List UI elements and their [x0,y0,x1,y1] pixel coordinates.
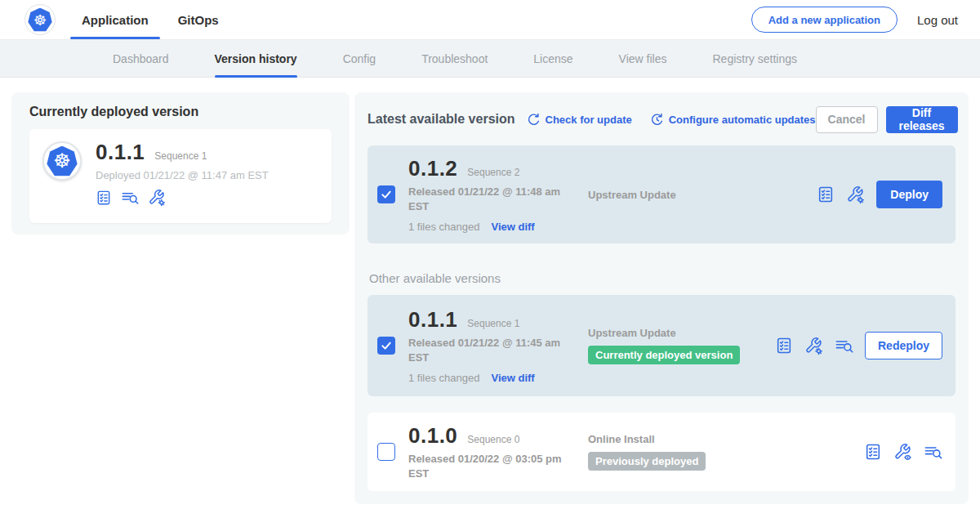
checklist-icon[interactable] [817,185,835,203]
version-number: 0.1.0 [408,423,457,449]
other-versions-title: Other available versions [369,271,956,285]
logout-link[interactable]: Log out [917,13,958,27]
tab-application-label: Application [82,13,149,27]
cancel-button[interactable]: Cancel [816,106,878,133]
version-row-0-1-1: 0.1.1 Sequence 1 Released 01/21/22 @ 11:… [368,295,956,396]
check-for-update-label: Check for update [546,114,632,126]
subnav-config[interactable]: Config [343,40,376,77]
top-bar-right: Add a new application Log out [751,7,958,33]
version-number: 0.1.1 [408,307,457,333]
wrench-eye-icon[interactable] [893,443,912,462]
wrench-gear-icon[interactable] [846,185,865,204]
released-timestamp: Released 01/21/22 @ 11:45 am EST [408,336,565,364]
logs-magnifier-icon[interactable] [835,337,853,355]
subnav-troubleshoot[interactable]: Troubleshoot [421,40,488,77]
tab-gitops[interactable]: GitOps [167,0,230,39]
top-bar: ☸ Application GitOps Add a new applicati… [0,0,980,39]
currently-deployed-panel: Currently deployed version ☸ 0.1.1 Seque… [11,92,350,234]
deployed-timestamp: Deployed 01/21/22 @ 11:47 am EST [96,169,269,181]
tab-gitops-label: GitOps [178,13,219,27]
latest-available-title: Latest available version [368,112,515,127]
available-versions-panel: Latest available version Check for updat… [354,92,969,504]
app-subnav: Dashboard Version history Config Trouble… [0,39,980,78]
version-sequence: Sequence 1 [467,318,519,329]
redeploy-button[interactable]: Redeploy [865,332,942,359]
subnav-dashboard[interactable]: Dashboard [113,40,169,77]
version-source: Online Install [588,433,864,445]
subnav-registry-settings[interactable]: Registry settings [712,40,796,77]
deploy-button[interactable]: Deploy [876,181,942,208]
subnav-license[interactable]: License [533,40,572,77]
app-icon: ☸ [42,141,82,181]
main-content: Currently deployed version ☸ 0.1.1 Seque… [0,78,980,518]
currently-deployed-badge: Currently deployed version [588,346,740,364]
top-tabs: Application GitOps [70,0,237,39]
add-application-button[interactable]: Add a new application [751,7,898,33]
view-diff-link[interactable]: View diff [491,372,534,384]
kubernetes-wheel-icon: ☸ [47,146,78,176]
released-timestamp: Released 01/21/22 @ 11:48 am EST [408,185,565,213]
deployed-sequence: Sequence 1 [154,150,207,162]
configure-automatic-updates-label: Configure automatic updates [669,114,816,126]
released-timestamp: Released 01/20/22 @ 03:05 pm EST [408,452,565,480]
deployed-version-card: ☸ 0.1.1 Sequence 1 Deployed 01/21/22 @ 1… [29,129,332,223]
view-diff-link[interactable]: View diff [491,221,534,233]
subnav-view-files[interactable]: View files [619,40,667,77]
auto-update-clock-icon [650,113,664,127]
previously-deployed-badge: Previously deployed [588,452,706,471]
version-row-0-1-2: 0.1.2 Sequence 2 Released 01/21/22 @ 11:… [368,145,956,243]
refresh-icon [527,113,541,127]
version-checkbox[interactable] [377,185,395,203]
logs-magnifier-icon[interactable] [924,443,942,462]
checklist-icon[interactable] [864,443,882,461]
configure-automatic-updates-link[interactable]: Configure automatic updates [650,113,816,127]
checklist-icon[interactable] [775,337,793,355]
version-number: 0.1.2 [408,156,457,181]
diff-releases-button[interactable]: Diff releases [886,106,958,133]
check-for-update-link[interactable]: Check for update [527,113,632,127]
files-changed: 1 files changed [408,372,479,384]
wrench-gear-icon[interactable] [804,337,823,355]
kubernetes-logo: ☸ [24,4,56,35]
logs-magnifier-icon[interactable] [121,189,139,207]
currently-deployed-title: Currently deployed version [29,105,332,119]
version-source: Upstream Update [588,189,817,201]
deployed-version-number: 0.1.1 [96,140,145,165]
admin-console: ☸ Application GitOps Add a new applicati… [0,0,980,518]
version-checkbox[interactable] [377,443,395,461]
panel-header: Latest available version Check for updat… [368,105,956,133]
version-checkbox[interactable] [377,337,395,355]
files-changed: 1 files changed [408,221,479,233]
checklist-icon[interactable] [96,190,112,206]
tab-application[interactable]: Application [70,0,160,39]
version-sequence: Sequence 0 [467,434,519,445]
version-source: Upstream Update [588,327,775,339]
kubernetes-wheel-icon: ☸ [28,8,52,32]
version-row-0-1-0: 0.1.0 Sequence 0 Released 01/20/22 @ 03:… [368,413,956,491]
subnav-version-history[interactable]: Version history [215,40,297,77]
version-sequence: Sequence 2 [467,167,519,178]
wrench-gear-icon[interactable] [148,189,166,207]
